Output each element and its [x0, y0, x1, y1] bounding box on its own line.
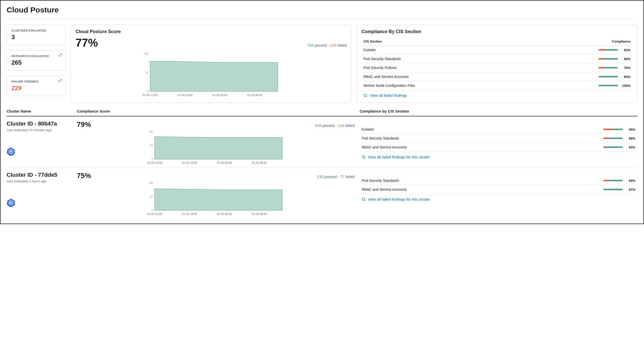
svg-text:01-04 12:00: 01-04 12:00: [147, 212, 162, 215]
score-card: Cloud Posture Score 77% 768 passed - 229…: [71, 25, 352, 103]
compliance-row-name: Pod Security Policies: [363, 66, 598, 70]
svg-text:01-04 12:00: 01-04 12:00: [143, 93, 158, 97]
compliance-row-name: RBAC and Service Accounts: [362, 145, 603, 149]
passed-count: 768: [307, 43, 313, 47]
cluster-name[interactable]: Cluster ID - 77dde5: [7, 172, 72, 178]
link-icon: [58, 53, 62, 57]
kpi-clusters-value: 3: [11, 34, 61, 41]
kpi-failing-value: 229: [11, 85, 61, 92]
link-icon: [58, 78, 62, 83]
cluster-score-value: 79%: [77, 120, 91, 129]
kpi-resources-value: 265: [11, 59, 61, 66]
svg-point-33: [10, 202, 11, 203]
compliance-bar: [603, 129, 623, 130]
compliance-title: Compliance By CIS Section: [361, 29, 633, 34]
search-icon: [363, 93, 368, 98]
kpi-clusters-card: CLUSTERS EVALUATED 3: [7, 25, 66, 45]
cluster-passed-failed: 236 passed - 77 failed: [317, 174, 355, 179]
compliance-row[interactable]: Pod Security Standards68%: [360, 134, 637, 143]
kubernetes-icon: [7, 198, 15, 207]
svg-text:100: 100: [144, 52, 149, 55]
failed-count: 229: [330, 43, 336, 47]
compliance-pct: 100%: [620, 84, 631, 88]
dash: -: [328, 43, 329, 47]
view-cluster-findings-link[interactable]: View all failed findings for this cluste…: [360, 155, 637, 159]
cluster-score-value: 75%: [77, 172, 91, 180]
compliance-pct: 70%: [620, 66, 631, 70]
svg-point-44: [362, 198, 365, 200]
cluster-row: Cluster ID - 77dde5Last evaluated 4 hour…: [7, 168, 637, 218]
compliance-row[interactable]: Pod Security Policies70%: [361, 63, 633, 72]
compliance-bar: [603, 180, 623, 181]
svg-point-27: [362, 156, 365, 158]
compliance-row-name: Pod Security Standards: [363, 57, 598, 61]
compliance-row[interactable]: Kubelet62%: [361, 46, 633, 54]
svg-text:01-04 18:00: 01-04 18:00: [182, 161, 197, 164]
compliance-bar: [603, 189, 623, 190]
view-cluster-findings-link[interactable]: View all failed findings for this cluste…: [360, 197, 637, 201]
compliance-row[interactable]: Pod Security Standards69%: [361, 54, 633, 63]
svg-text:01-05 00:00: 01-05 00:00: [212, 93, 227, 97]
svg-point-16: [10, 151, 11, 152]
cluster-header-score: Compliance Score: [77, 109, 355, 113]
compliance-row[interactable]: Kubelet46%: [360, 125, 637, 134]
svg-text:01-04 18:00: 01-04 18:00: [178, 93, 193, 97]
compliance-bar: [598, 58, 618, 60]
cluster-name[interactable]: Cluster ID - 80b47a: [7, 120, 72, 127]
cluster-trend-chart: 05010001-04 12:0001-04 18:0001-05 00:000…: [77, 130, 355, 165]
cluster-header-compliance: Compliance by CIS Section: [360, 109, 637, 113]
cluster-row: Cluster ID - 80b47aLast evaluated 24 min…: [7, 116, 637, 168]
kpi-resources-label: RESOURCES EVALUATED: [11, 54, 61, 58]
svg-text:01-05 00:00: 01-05 00:00: [217, 212, 232, 215]
compliance-row[interactable]: Pod Security Standards69%: [360, 176, 637, 185]
passed-failed-summary: 768 passed - 229 failed: [307, 43, 347, 47]
svg-text:01-04 12:00: 01-04 12:00: [147, 161, 162, 164]
svg-text:50: 50: [145, 71, 149, 74]
compliance-bar: [598, 49, 618, 51]
compliance-pct: 97%: [625, 188, 635, 191]
svg-text:100: 100: [149, 181, 153, 184]
cluster-evaluated-time: Last evaluated 24 minutes ago: [7, 128, 72, 132]
svg-text:0: 0: [147, 90, 149, 93]
svg-text:0: 0: [152, 158, 153, 161]
compliance-row[interactable]: RBAC and Service Accounts97%: [360, 185, 637, 194]
view-all-findings-link[interactable]: View all failed findings: [361, 93, 633, 98]
compliance-bar: [598, 67, 618, 69]
compliance-pct: 69%: [620, 57, 631, 61]
svg-text:0: 0: [152, 209, 153, 212]
cluster-header-name: Cluster Name: [7, 109, 72, 113]
svg-text:01-05 06:00: 01-05 06:00: [252, 212, 267, 215]
svg-text:50: 50: [150, 144, 153, 147]
cluster-evaluated-time: Last evaluated 4 hours ago: [7, 179, 72, 183]
kpi-failing-card[interactable]: FAILING FINDINGS 229: [7, 76, 66, 96]
compliance-row-name: Kubelet: [363, 48, 598, 52]
compliance-pct: 69%: [625, 179, 635, 183]
kpi-clusters-label: CLUSTERS EVALUATED: [11, 29, 61, 32]
compliance-rows: Kubelet62%Pod Security Standards69%Pod S…: [361, 46, 633, 90]
svg-text:50: 50: [150, 195, 153, 198]
search-icon: [362, 197, 366, 201]
view-all-findings-label: View all failed findings: [370, 93, 407, 98]
compliance-header-compliance: Compliance: [612, 39, 631, 43]
kpi-failing-label: FAILING FINDINGS: [11, 80, 61, 83]
compliance-pct: 94%: [620, 75, 631, 79]
compliance-bar: [598, 76, 618, 77]
kubernetes-icon: [7, 147, 15, 156]
page-title: Cloud Posture: [7, 6, 637, 14]
kpi-resources-card[interactable]: RESOURCES EVALUATED 265: [7, 50, 66, 71]
compliance-row[interactable]: RBAC and Service Accounts94%: [361, 72, 633, 81]
svg-text:01-05 06:00: 01-05 06:00: [252, 161, 267, 164]
compliance-card: Compliance By CIS Section CIS Section Co…: [357, 25, 637, 103]
compliance-row[interactable]: Worker Node Configuration Files100%: [361, 81, 633, 90]
compliance-pct: 46%: [625, 128, 635, 131]
search-icon: [362, 155, 366, 159]
compliance-bar: [598, 85, 618, 86]
cluster-rows-container: Cluster ID - 80b47aLast evaluated 24 min…: [7, 116, 637, 218]
compliance-row-name: RBAC and Service Accounts: [363, 75, 598, 79]
svg-text:01-05 00:00: 01-05 00:00: [217, 161, 232, 164]
svg-text:01-05 06:00: 01-05 06:00: [247, 93, 262, 97]
compliance-row-name: RBAC and Service Accounts: [362, 187, 603, 191]
failed-label: failed: [338, 43, 347, 47]
compliance-row[interactable]: RBAC and Service Accounts93%: [360, 143, 637, 152]
cluster-passed-failed: 428 passed - 114 failed: [315, 123, 355, 128]
